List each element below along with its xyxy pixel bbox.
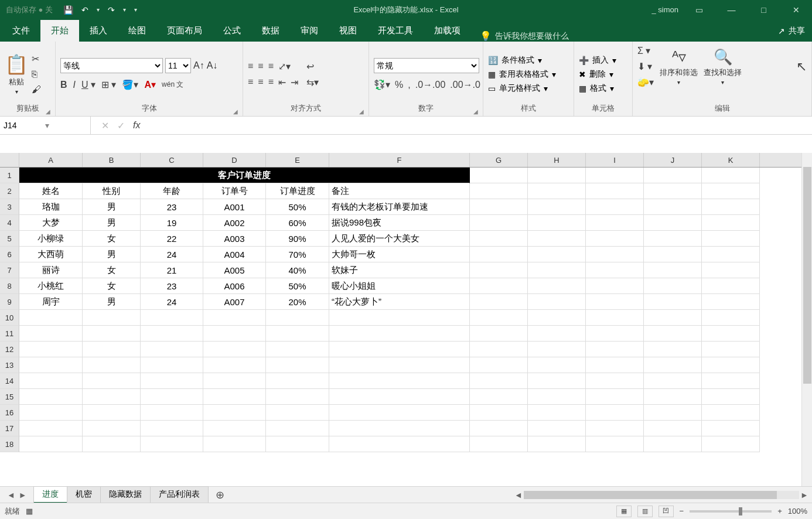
tab-draw[interactable]: 绘图 — [118, 20, 156, 42]
cell[interactable] — [83, 389, 141, 405]
cell[interactable] — [329, 310, 470, 326]
name-box[interactable]: J14 ▾ — [0, 117, 91, 134]
cell[interactable]: 丽诗 — [19, 262, 83, 278]
cell[interactable] — [83, 373, 141, 389]
tab-formulas[interactable]: 公式 — [213, 20, 251, 42]
cell[interactable] — [702, 247, 760, 262]
cell[interactable] — [19, 436, 83, 452]
row-header[interactable]: 7 — [0, 262, 19, 278]
align-top-icon[interactable]: ≡ — [248, 61, 253, 71]
cell[interactable] — [586, 278, 644, 294]
cell[interactable] — [329, 405, 470, 421]
cell[interactable] — [266, 405, 329, 421]
cell[interactable] — [266, 389, 329, 405]
cell[interactable] — [470, 262, 528, 278]
cell[interactable] — [702, 389, 760, 405]
cell[interactable] — [470, 294, 528, 310]
paste-button[interactable]: 📋 粘贴 ▾ — [5, 53, 28, 95]
cell[interactable]: 据说998包夜 — [329, 215, 470, 231]
decrease-indent-icon[interactable]: ⇤ — [278, 77, 286, 88]
tab-review[interactable]: 审阅 — [290, 20, 329, 42]
cell[interactable]: 19 — [141, 215, 203, 231]
cell[interactable] — [203, 373, 266, 389]
italic-button[interactable]: I — [73, 80, 76, 90]
save-icon[interactable]: 💾 — [63, 5, 73, 15]
cell[interactable] — [528, 231, 586, 247]
cell-styles-button[interactable]: ▭单元格样式▾ — [488, 83, 556, 94]
cell[interactable] — [141, 326, 203, 342]
cell[interactable] — [266, 326, 329, 342]
view-normal-icon[interactable]: ▦ — [616, 506, 632, 517]
cell[interactable] — [470, 215, 528, 231]
cell[interactable] — [586, 357, 644, 373]
fill-icon[interactable]: ⬇ ▾ — [637, 61, 654, 72]
cell[interactable] — [528, 215, 586, 231]
align-bottom-icon[interactable]: ≡ — [268, 61, 274, 71]
cell[interactable] — [19, 342, 83, 357]
cell[interactable]: 订单进度 — [266, 183, 329, 199]
cell[interactable] — [644, 389, 702, 405]
row-header[interactable]: 2 — [0, 183, 19, 199]
cell[interactable] — [702, 436, 760, 452]
cell[interactable] — [528, 342, 586, 357]
cell[interactable] — [644, 421, 702, 436]
cell[interactable] — [19, 421, 83, 436]
cell[interactable] — [586, 436, 644, 452]
cell[interactable] — [702, 373, 760, 389]
increase-decimal-icon[interactable]: .0→.00 — [415, 80, 446, 90]
view-page-layout-icon[interactable]: ▥ — [637, 506, 653, 517]
cell[interactable] — [19, 357, 83, 373]
maximize-icon[interactable]: □ — [748, 0, 780, 19]
horizontal-scrollbar[interactable]: ◄ ► — [513, 490, 812, 500]
cell[interactable] — [644, 168, 702, 183]
cell[interactable] — [528, 183, 586, 199]
cell[interactable] — [528, 421, 586, 436]
cell[interactable] — [586, 231, 644, 247]
increase-font-icon[interactable]: A↑ — [193, 60, 204, 71]
row-header[interactable]: 9 — [0, 294, 19, 310]
cell[interactable] — [266, 342, 329, 357]
cell[interactable]: 大西萌 — [19, 247, 83, 262]
cell[interactable]: 24 — [141, 294, 203, 310]
align-right-icon[interactable]: ≡ — [268, 77, 274, 87]
cell[interactable]: 21 — [141, 262, 203, 278]
cell[interactable] — [644, 199, 702, 215]
cell[interactable] — [203, 310, 266, 326]
share-button[interactable]: ↗ 共享 — [771, 21, 812, 42]
cell[interactable] — [586, 326, 644, 342]
comma-format-icon[interactable]: , — [408, 80, 410, 90]
align-left-icon[interactable]: ≡ — [248, 77, 253, 87]
cell[interactable] — [470, 183, 528, 199]
cell[interactable] — [19, 405, 83, 421]
cell[interactable]: 女 — [83, 231, 141, 247]
cell[interactable] — [528, 168, 586, 183]
cell[interactable] — [586, 183, 644, 199]
cell[interactable]: 22 — [141, 231, 203, 247]
close-icon[interactable]: ✕ — [780, 0, 812, 19]
cell[interactable] — [702, 168, 760, 183]
cell[interactable] — [586, 247, 644, 262]
format-cells-button[interactable]: ▦格式▾ — [579, 83, 616, 94]
scrollbar-thumb[interactable] — [803, 167, 811, 384]
cell[interactable]: 男 — [83, 215, 141, 231]
column-header[interactable]: B — [83, 153, 141, 167]
cell[interactable] — [203, 342, 266, 357]
cell[interactable]: 软妹子 — [329, 262, 470, 278]
row-header[interactable]: 11 — [0, 326, 19, 342]
cell[interactable] — [470, 342, 528, 357]
sheet-tab[interactable]: 产品利润表 — [150, 486, 209, 504]
font-color-button[interactable]: A▾ — [144, 79, 156, 90]
select-all-corner[interactable] — [0, 153, 19, 168]
cell[interactable] — [83, 310, 141, 326]
cell[interactable]: A005 — [203, 262, 266, 278]
cell[interactable] — [470, 357, 528, 373]
column-header[interactable]: F — [329, 153, 470, 167]
align-center-icon[interactable]: ≡ — [258, 77, 263, 87]
decrease-decimal-icon[interactable]: .00→.0 — [450, 80, 480, 90]
cell[interactable] — [702, 405, 760, 421]
tab-developer[interactable]: 开发工具 — [367, 20, 424, 42]
cell[interactable]: A001 — [203, 199, 266, 215]
cell[interactable]: 暖心小姐姐 — [329, 278, 470, 294]
cell[interactable] — [644, 342, 702, 357]
cell[interactable] — [702, 294, 760, 310]
